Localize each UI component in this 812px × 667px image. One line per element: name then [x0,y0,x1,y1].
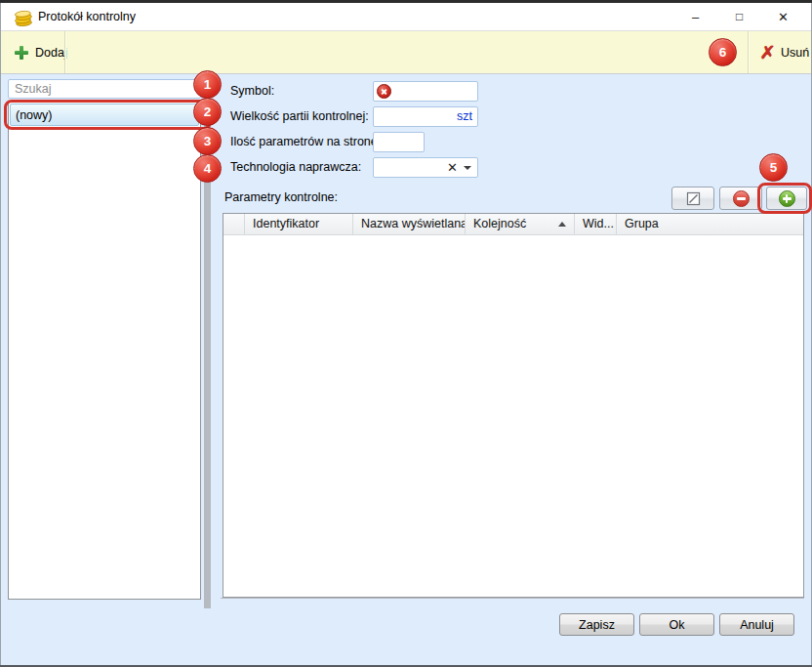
row-indicator-column [223,214,245,234]
annotation-badge-3: 3 [193,127,222,155]
window-controls: – □ ✕ [673,3,805,30]
save-button[interactable]: Zapisz [559,613,634,636]
batch-size-label: Wielkość partii kontrolnej: [230,106,369,127]
column-header-label: Kolejność [473,217,526,230]
add-button[interactable]: Dodaj [7,34,79,70]
symbol-input[interactable] [373,81,478,102]
edit-parameter-button[interactable] [671,187,714,210]
plus-circle-icon [779,190,795,207]
annotation-badge-5: 5 [759,153,788,182]
validation-error-icon [377,84,391,99]
repair-technology-combobox[interactable]: ✕ [373,157,478,178]
toolbar: Dodaj ✗ Usuń [1,31,811,74]
plus-icon [15,46,28,60]
parameters-label: Parametry kontrolne: [224,188,338,208]
table-body-empty [223,235,803,597]
minimize-button[interactable]: – [673,3,717,30]
remove-button-label: Usuń [781,46,809,60]
list-item-selected[interactable]: (nowy) [10,104,199,126]
column-header-kolejnosc[interactable]: Kolejność [466,214,575,234]
chevron-down-icon[interactable] [464,166,471,170]
parameters-table: Identyfikator Nazwa wyświetlana Kolejnoś… [223,213,804,598]
remove-parameter-button[interactable] [719,187,762,210]
window-title: Protokół kontrolny [38,3,136,30]
protocol-list: (nowy) [8,102,201,600]
symbol-label: Symbol: [230,81,274,102]
cancel-button[interactable]: Anuluj [719,613,794,636]
annotation-badge-6: 6 [709,38,737,66]
params-per-page-label: Ilość parametrów na stronę: [230,132,381,152]
titlebar: Protokół kontrolny – □ ✕ [1,3,811,31]
column-header-identyfikator[interactable]: Identyfikator [245,214,353,234]
clear-icon[interactable]: ✕ [447,158,458,177]
column-header-grupa[interactable]: Grupa [617,214,803,234]
sort-ascending-icon [558,222,566,227]
annotation-badge-2: 2 [193,98,222,126]
coin-stack-app-icon [14,9,33,26]
unit-suffix: szt [457,107,472,126]
params-per-page-input[interactable] [373,132,425,152]
main-area: (nowy) Symbol: Wielkość partii kontrolne… [1,74,811,665]
ok-button[interactable]: Ok [639,613,714,636]
annotation-badge-4: 4 [193,154,222,183]
search-input[interactable] [8,79,201,99]
red-x-icon: ✗ [759,44,776,62]
toolbar-separator [64,31,65,73]
column-header-widocznosc[interactable]: Wid... [575,214,617,234]
minus-circle-icon [733,190,750,207]
batch-size-input[interactable]: szt [373,106,478,127]
remove-button[interactable]: ✗ Usuń [752,34,812,70]
add-button-label: Dodaj [35,46,67,60]
column-header-nazwa[interactable]: Nazwa wyświetlana [353,214,466,234]
maximize-button[interactable]: □ [717,3,761,30]
close-button[interactable]: ✕ [761,3,805,30]
window-border [0,3,1,667]
add-parameter-button[interactable] [766,187,807,210]
annotation-badge-1: 1 [193,70,222,99]
repair-technology-label: Technologia naprawcza: [230,157,361,178]
toolbar-separator [748,31,749,73]
table-header: Identyfikator Nazwa wyświetlana Kolejnoś… [223,214,803,235]
footer-separator [221,598,804,599]
pencil-icon [686,191,701,206]
